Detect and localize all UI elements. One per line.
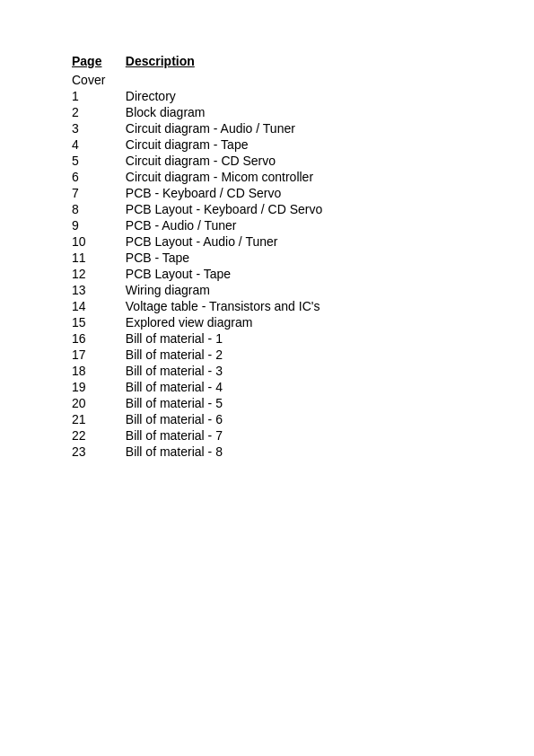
description-text: PCB Layout - Tape bbox=[126, 266, 462, 282]
table-row: 1Directory bbox=[72, 88, 462, 104]
table-row: 15Explored view diagram bbox=[72, 314, 462, 330]
page-number: 1 bbox=[72, 88, 126, 104]
page-number: 2 bbox=[72, 104, 126, 120]
table-row: 3Circuit diagram - Audio / Tuner bbox=[72, 120, 462, 136]
table-row: 4Circuit diagram - Tape bbox=[72, 136, 462, 153]
description-text: Bill of material - 2 bbox=[126, 347, 462, 363]
page: Page Description Cover1Directory2Block d… bbox=[0, 0, 534, 756]
description-text: Voltage table - Transistors and IC's bbox=[126, 298, 462, 314]
table-row: 8PCB Layout - Keyboard / CD Servo bbox=[72, 201, 462, 217]
page-number: 3 bbox=[72, 120, 126, 136]
page-number: 17 bbox=[72, 347, 126, 363]
description-header: Description bbox=[126, 54, 462, 72]
description-text: PCB - Tape bbox=[126, 250, 462, 266]
description-text: PCB Layout - Audio / Tuner bbox=[126, 233, 462, 250]
header-row: Page Description bbox=[72, 54, 462, 72]
description-text: Circuit diagram - Audio / Tuner bbox=[126, 120, 462, 136]
page-number: 8 bbox=[72, 201, 126, 217]
table-row: 6Circuit diagram - Micom controller bbox=[72, 169, 462, 185]
page-number: 5 bbox=[72, 153, 126, 169]
table-row: 2Block diagram bbox=[72, 104, 462, 120]
table-row: 12PCB Layout - Tape bbox=[72, 266, 462, 282]
description-text: Bill of material - 3 bbox=[126, 363, 462, 379]
description-text: Bill of material - 7 bbox=[126, 427, 462, 444]
page-number: 7 bbox=[72, 185, 126, 201]
page-number: 6 bbox=[72, 169, 126, 185]
description-text bbox=[126, 72, 462, 88]
table-row: Cover bbox=[72, 72, 462, 88]
page-header: Page bbox=[72, 54, 126, 72]
page-number: 11 bbox=[72, 250, 126, 266]
page-number: 12 bbox=[72, 266, 126, 282]
table-row: 5Circuit diagram - CD Servo bbox=[72, 153, 462, 169]
table-row: 7PCB - Keyboard / CD Servo bbox=[72, 185, 462, 201]
description-text: Wiring diagram bbox=[126, 282, 462, 298]
page-number: 13 bbox=[72, 282, 126, 298]
page-number: 15 bbox=[72, 314, 126, 330]
description-text: Bill of material - 5 bbox=[126, 395, 462, 411]
page-number: 22 bbox=[72, 427, 126, 444]
description-text: PCB - Audio / Tuner bbox=[126, 217, 462, 233]
page-number: 19 bbox=[72, 379, 126, 395]
page-number: 16 bbox=[72, 330, 126, 347]
description-text: PCB Layout - Keyboard / CD Servo bbox=[126, 201, 462, 217]
description-text: Bill of material - 8 bbox=[126, 444, 462, 460]
page-number: 23 bbox=[72, 444, 126, 460]
description-text: Block diagram bbox=[126, 104, 462, 120]
page-number: 18 bbox=[72, 363, 126, 379]
table-row: 16Bill of material - 1 bbox=[72, 330, 462, 347]
table-row: 9PCB - Audio / Tuner bbox=[72, 217, 462, 233]
table-row: 20Bill of material - 5 bbox=[72, 395, 462, 411]
directory-table: Page Description Cover1Directory2Block d… bbox=[72, 54, 462, 460]
table-row: 22Bill of material - 7 bbox=[72, 427, 462, 444]
table-row: 19Bill of material - 4 bbox=[72, 379, 462, 395]
description-text: Circuit diagram - Micom controller bbox=[126, 169, 462, 185]
table-row: 11PCB - Tape bbox=[72, 250, 462, 266]
description-text: PCB - Keyboard / CD Servo bbox=[126, 185, 462, 201]
page-number: 10 bbox=[72, 233, 126, 250]
page-number: 21 bbox=[72, 411, 126, 427]
table-row: 23Bill of material - 8 bbox=[72, 444, 462, 460]
description-text: Circuit diagram - Tape bbox=[126, 136, 462, 153]
description-text: Explored view diagram bbox=[126, 314, 462, 330]
table-row: 14Voltage table - Transistors and IC's bbox=[72, 298, 462, 314]
description-text: Bill of material - 4 bbox=[126, 379, 462, 395]
table-row: 18Bill of material - 3 bbox=[72, 363, 462, 379]
page-number: 20 bbox=[72, 395, 126, 411]
page-number: Cover bbox=[72, 72, 126, 88]
table-row: 17Bill of material - 2 bbox=[72, 347, 462, 363]
page-number: 4 bbox=[72, 136, 126, 153]
description-text: Directory bbox=[126, 88, 462, 104]
description-text: Bill of material - 1 bbox=[126, 330, 462, 347]
page-number: 9 bbox=[72, 217, 126, 233]
description-text: Circuit diagram - CD Servo bbox=[126, 153, 462, 169]
table-row: 21Bill of material - 6 bbox=[72, 411, 462, 427]
table-row: 13Wiring diagram bbox=[72, 282, 462, 298]
description-text: Bill of material - 6 bbox=[126, 411, 462, 427]
table-row: 10PCB Layout - Audio / Tuner bbox=[72, 233, 462, 250]
page-number: 14 bbox=[72, 298, 126, 314]
